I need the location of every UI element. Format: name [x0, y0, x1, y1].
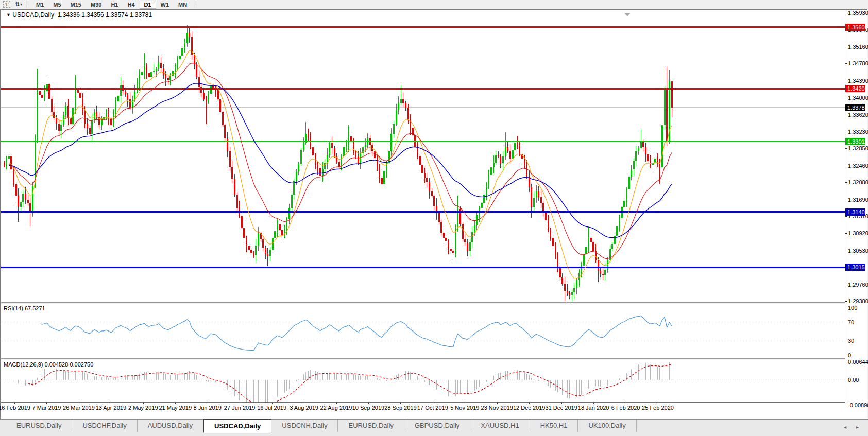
bull-candle-bodies — [6, 33, 670, 295]
timeframe-button-h4[interactable]: H4 — [123, 1, 139, 9]
price-tick-label: 1.29760 — [848, 281, 868, 288]
date-axis-tick — [14, 403, 15, 404]
timeframe-button-d1[interactable]: D1 — [140, 1, 156, 9]
text-tool-icon: T — [3, 1, 11, 8]
macd-histogram — [13, 362, 672, 403]
timeframe-button-w1[interactable]: W1 — [156, 1, 174, 9]
trading-app-window: T ⇅ ▾ M1 M5 M15 M30 H1 H4 D1 W1 MN ▼ USD… — [0, 0, 868, 436]
price-tag-1.35606: 1.35606 — [845, 24, 865, 31]
rsi-pane[interactable] — [1, 316, 845, 351]
date-axis-label: 25 Feb 2020 — [642, 405, 674, 411]
tab-xauusd-h1[interactable]: XAUUSD,H1 — [470, 420, 530, 432]
rsi-line — [40, 316, 672, 351]
pane-separator[interactable] — [1, 358, 845, 360]
timeframe-button-m1[interactable]: M1 — [31, 1, 48, 9]
moving-average-21 — [9, 63, 672, 259]
date-axis-label: 22 Aug 2019 — [320, 405, 352, 411]
time-axis[interactable]: 16 Feb 20197 Mar 201926 Mar 201913 Apr 2… — [1, 402, 845, 417]
date-axis-label: 10 Sep 2019 — [352, 405, 384, 411]
date-axis-label: 31 Dec 2019 — [545, 405, 577, 411]
timeframe-button-m5[interactable]: M5 — [48, 1, 65, 9]
tab-eurusd-daily-1[interactable]: EURUSD,Daily — [6, 420, 72, 432]
date-axis-label: 17 Oct 2019 — [417, 405, 448, 411]
timeframe-button-m15[interactable]: M15 — [66, 1, 86, 9]
chart-ohlc-values: 1.34336 1.34356 1.33574 1.33781 — [58, 11, 152, 19]
date-axis-tick — [561, 403, 562, 404]
date-axis-tick — [433, 403, 433, 404]
cursor-tool-button[interactable]: ⇅ ▾ — [13, 1, 24, 8]
date-axis-tick — [111, 403, 111, 404]
date-axis-label: 23 Nov 2019 — [481, 405, 513, 411]
macd-scale-label: -0.008982 — [848, 402, 868, 409]
tab-usdcad-daily[interactable]: USDCAD,Daily — [203, 419, 271, 433]
tab-audusd-daily[interactable]: AUDUSD,Daily — [138, 420, 203, 432]
date-axis-label: 7 Mar 2019 — [32, 405, 61, 411]
tab-eurusd-daily-2[interactable]: EURUSD,Daily — [338, 420, 404, 432]
rsi-scale-label: 0 — [848, 352, 851, 359]
date-axis-tick — [272, 403, 273, 404]
date-axis-tick — [593, 403, 594, 404]
tab-uk100-daily[interactable]: UK100,Daily — [578, 420, 636, 432]
date-axis-tick — [46, 403, 47, 404]
date-axis-label: 2 May 2019 — [128, 405, 158, 411]
date-axis-tick — [336, 403, 337, 404]
chart-shift-marker-icon[interactable] — [624, 13, 631, 16]
price-tick-label: 1.32850 — [848, 145, 868, 152]
price-pane[interactable] — [1, 25, 845, 301]
date-axis-tick — [304, 403, 304, 404]
macd-scale-label: 0.00 — [848, 376, 859, 383]
price-tag-1.30152: 1.30152 — [845, 264, 865, 271]
chart-canvas[interactable] — [1, 10, 845, 402]
chart-symbol-period: USDCAD,Daily — [12, 11, 54, 19]
price-tag-1.33011: 1.33011 — [845, 138, 865, 145]
timeframe-button-h1[interactable]: H1 — [106, 1, 123, 9]
rsi-scale-label: 70 — [848, 319, 854, 326]
price-tag-1.31405: 1.31405 — [845, 208, 865, 216]
chart-tab-bar: EURUSD,Daily USDCHF,Daily AUDUSD,Daily U… — [0, 419, 868, 436]
date-axis-tick — [79, 403, 79, 404]
moving-average-50 — [9, 83, 672, 238]
tab-hk50-h1[interactable]: HK50,H1 — [530, 420, 578, 432]
date-axis-label: 8 Jun 2019 — [193, 405, 221, 411]
pane-separator[interactable] — [1, 302, 845, 304]
tab-scroll-arrows[interactable]: ◂ ▸ — [844, 424, 863, 430]
date-axis-label: 16 Jul 2019 — [257, 405, 286, 411]
macd-pane[interactable] — [1, 362, 845, 403]
date-axis-label: 16 Feb 2019 — [0, 405, 30, 411]
tab-gbpusd-daily[interactable]: GBPUSD,Daily — [404, 420, 470, 432]
date-axis-tick — [529, 403, 530, 404]
price-tick-label: 1.32080 — [848, 179, 868, 186]
date-axis-tick — [465, 403, 465, 404]
date-axis-label: 27 Jun 2019 — [224, 405, 256, 411]
price-tick-label: 1.34000 — [848, 94, 868, 101]
macd-signal-line — [28, 364, 672, 402]
price-axis[interactable]: 1.359301.355401.351601.347801.343901.340… — [845, 10, 865, 402]
tab-usdchf-daily[interactable]: USDCHF,Daily — [72, 420, 137, 432]
toolbar-separator — [196, 1, 196, 8]
price-tick-label: 1.32460 — [848, 162, 868, 169]
price-tick-label: 1.30920 — [848, 230, 868, 237]
chart-window: ▼ USDCAD,Daily 1.34336 1.34356 1.33574 1… — [0, 9, 868, 420]
date-axis-label: 18 Jan 2020 — [578, 405, 609, 411]
chevron-down-icon: ▾ — [20, 2, 22, 7]
date-axis-tick — [143, 403, 144, 404]
text-tool-button[interactable]: T — [2, 1, 12, 8]
date-axis-tick — [497, 403, 498, 404]
bear-candle-wicks — [4, 28, 672, 301]
bear-candle-bodies — [4, 33, 673, 295]
date-axis-tick — [175, 403, 176, 404]
date-axis-label: 12 Dec 2019 — [513, 405, 545, 411]
macd-indicator-label: MACD(12,26,9) 0.004528 0.002750 — [4, 361, 93, 368]
macd-scale-label: 0.006448 — [848, 358, 868, 365]
timeframe-button-m30[interactable]: M30 — [86, 1, 106, 9]
date-axis-label: 26 Mar 2019 — [63, 405, 95, 411]
rsi-scale-label: 100 — [848, 304, 857, 311]
price-tick-label: 1.33230 — [848, 128, 868, 135]
price-tick-label: 1.33620 — [848, 111, 868, 118]
tab-usdcnh-daily[interactable]: USDCNH,Daily — [271, 420, 338, 432]
price-tick-label: 1.34390 — [848, 77, 868, 84]
price-tag-1.34206: 1.34206 — [845, 85, 865, 92]
timeframe-button-mn[interactable]: MN — [174, 1, 192, 9]
rsi-indicator-label: RSI(14) 67.5271 — [4, 305, 45, 311]
price-tick-label: 1.30530 — [848, 247, 868, 254]
